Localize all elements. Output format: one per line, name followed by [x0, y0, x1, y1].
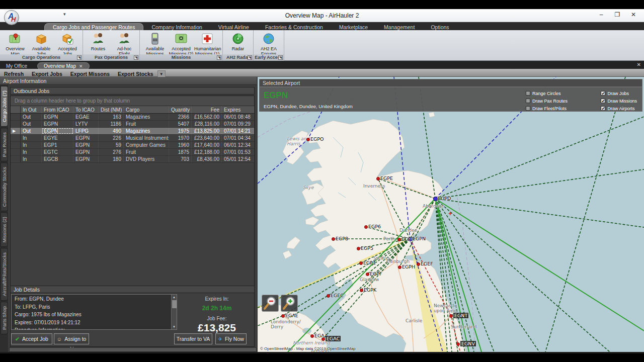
job-details-scrollbar[interactable]: ▲ ▼	[171, 295, 177, 329]
group-expander-icon[interactable]: ◥	[217, 55, 221, 60]
cell[interactable]: 180	[99, 156, 124, 162]
cell[interactable]: 07/01 09:29	[222, 121, 254, 127]
ribbon-button-accepted-missions-2-[interactable]: Accepted Missions (2)	[168, 31, 194, 56]
map-panel[interactable]: Selected Airport EGPN EGPN, Dundee, Dund…	[258, 77, 644, 352]
cell[interactable]: EGP1	[42, 142, 73, 148]
cell[interactable]: 59	[99, 142, 124, 148]
cell[interactable]: Musical Instruments	[124, 135, 169, 141]
cell[interactable]: 07/01 04:34	[222, 135, 254, 141]
airport-marker-egpf[interactable]	[366, 273, 369, 276]
checkbox-draw-jobs[interactable]: ✔Draw Jobs	[601, 90, 637, 97]
checkbox-draw-airports[interactable]: ✔Draw Airports	[601, 105, 637, 112]
cell[interactable]: 07/01 14:21	[222, 128, 254, 134]
fly-now-button[interactable]: ✈Fly Now	[215, 333, 247, 344]
mission-marker-icon[interactable]: +	[448, 210, 452, 217]
cell[interactable]: EGPN	[73, 142, 99, 148]
airport-marker-egec[interactable]	[327, 294, 330, 298]
cell[interactable]: DVD Players	[124, 156, 169, 162]
cell[interactable]: Out	[21, 128, 42, 134]
cell[interactable]: Fruit	[124, 149, 169, 155]
ribbon-button-routes[interactable]: Routes	[85, 31, 111, 51]
cell[interactable]: EGYE	[42, 135, 73, 141]
checkbox-icon[interactable]: ✔	[601, 91, 605, 96]
cell[interactable]: £23,640.00	[192, 135, 222, 141]
checkbox-icon[interactable]: ✔	[601, 99, 605, 103]
group-expander-icon[interactable]: ◥	[248, 55, 252, 60]
airport-marker-egnv[interactable]	[456, 342, 460, 346]
side-tab-cargo-jobs-7-[interactable]: Cargo Jobs (7)	[1, 86, 8, 127]
cell[interactable]: 06/01 12:34	[222, 142, 254, 148]
airport-marker-egp8[interactable]	[332, 237, 335, 241]
cell[interactable]: In	[21, 149, 42, 155]
cell[interactable]: EGPN	[42, 114, 73, 120]
scroll-down-icon[interactable]: ▼	[172, 324, 177, 329]
cell[interactable]: LYTV	[73, 121, 99, 127]
cell[interactable]: Computer Games	[124, 142, 169, 148]
group-expander-icon[interactable]: ◥	[77, 55, 82, 60]
group-expander-icon[interactable]: ◥	[134, 55, 138, 60]
cell[interactable]: £13,825.00	[192, 128, 222, 134]
airport-marker-egae[interactable]	[281, 314, 285, 318]
column-header-expires[interactable]: Expires	[222, 106, 254, 113]
cell[interactable]: 2366	[169, 114, 192, 120]
ribbon-button-ad-hoc-flight[interactable]: Ad-hoc Flight	[111, 31, 137, 56]
cell[interactable]: 226	[99, 135, 124, 141]
checkbox-icon[interactable]	[526, 106, 530, 111]
airport-marker-egpk[interactable]	[360, 289, 363, 292]
table-row[interactable]: OutEGPNEGAE163Magazines2366£16,562.0006/…	[11, 114, 254, 121]
cell[interactable]: 07/01 01:53	[222, 149, 254, 155]
cell[interactable]: Out	[21, 114, 42, 120]
checkbox-draw-pax-routes[interactable]: Draw Pax Routes	[526, 98, 568, 104]
cell[interactable]: 05/01 12:54	[222, 156, 254, 162]
close-button[interactable]: ✕	[626, 11, 641, 20]
app-logo-icon[interactable]: AH	[4, 10, 19, 25]
side-tab-commodity-stocks[interactable]: Commodity Stocks	[1, 162, 8, 211]
table-row[interactable]: InEGP1EGPN59Computer Games1960£17,640.00…	[11, 142, 254, 149]
cell[interactable]: EGPN	[42, 121, 73, 127]
column-header-fee[interactable]: Fee	[192, 106, 222, 113]
airport-marker-egpe[interactable]	[376, 177, 380, 180]
zoom-in-button[interactable]	[281, 295, 298, 312]
table-row[interactable]: InEGCBEGPN180DVD Players703£8,436.0005/0…	[11, 156, 254, 163]
table-row[interactable]: InEGTCEGPN276Fruit1875£12,188.0007/01 01…	[11, 149, 254, 156]
column-header-in-out[interactable]: In Out	[21, 106, 42, 113]
checkbox-range-circles[interactable]: Range Circles	[526, 90, 568, 97]
tabstrip-close-icon[interactable]: ✕	[637, 62, 641, 67]
side-tab-missions-2-[interactable]: Missions (2)	[1, 212, 8, 247]
group-expander-icon[interactable]: ◥	[278, 55, 283, 60]
cell[interactable]: 163	[99, 114, 124, 120]
cell[interactable]: EGPN	[73, 156, 99, 162]
scroll-up-icon[interactable]: ▲	[172, 295, 177, 300]
cell[interactable]: 1960	[169, 142, 192, 148]
transfer-to-va-button[interactable]: Transfer to VA	[174, 333, 212, 344]
cell[interactable]: EGCB	[42, 156, 73, 162]
airport-marker-egph[interactable]	[398, 265, 401, 269]
ribbon-button-radar[interactable]: Radar	[225, 31, 251, 51]
column-header-quantity[interactable]: Quantity	[169, 106, 192, 113]
scroll-thumb[interactable]	[172, 300, 177, 308]
column-header-cargo[interactable]: Cargo	[124, 106, 169, 113]
cell[interactable]: £16,562.00	[192, 114, 222, 120]
cell[interactable]: £8,436.00	[192, 156, 222, 162]
cell[interactable]: EGPN	[73, 135, 99, 141]
maximize-button[interactable]: ❐	[610, 11, 625, 20]
side-tab-aircraft-pilots-stocks[interactable]: Aircraft/Pilots/Stocks	[1, 248, 8, 301]
cell[interactable]: 703	[169, 156, 192, 162]
column-header-to-icao[interactable]: To ICAO	[73, 106, 99, 113]
airport-marker-egef[interactable]	[417, 262, 420, 266]
airport-marker-egpt[interactable]	[397, 238, 401, 241]
cell[interactable]: 490	[99, 128, 124, 134]
cell[interactable]: £28,116.00	[192, 121, 222, 127]
checkbox-draw-fleet-pilots[interactable]: Draw Fleet/Pilots	[526, 105, 568, 112]
cell[interactable]: £17,640.00	[192, 142, 222, 148]
side-tab-pax-routes[interactable]: Pax Routes	[1, 128, 8, 161]
ribbon-button-humanitarian-missions-1-[interactable]: Humanitarian Missions (1)	[194, 31, 220, 56]
cell[interactable]: 1970	[169, 135, 192, 141]
table-row[interactable]: OutEGPNLYTV1186Fruit5407£28,116.0007/01 …	[11, 121, 254, 128]
cell[interactable]: 1975	[169, 128, 192, 134]
column-header-dist-nm-[interactable]: Dist (NM)	[99, 106, 124, 113]
airport-marker-egpo[interactable]	[306, 138, 310, 141]
assign-to-ai-button[interactable]: ☺Assign to AI	[54, 333, 89, 344]
checkbox-icon[interactable]: ✔	[601, 106, 605, 111]
cell[interactable]: EGPN	[42, 128, 73, 134]
